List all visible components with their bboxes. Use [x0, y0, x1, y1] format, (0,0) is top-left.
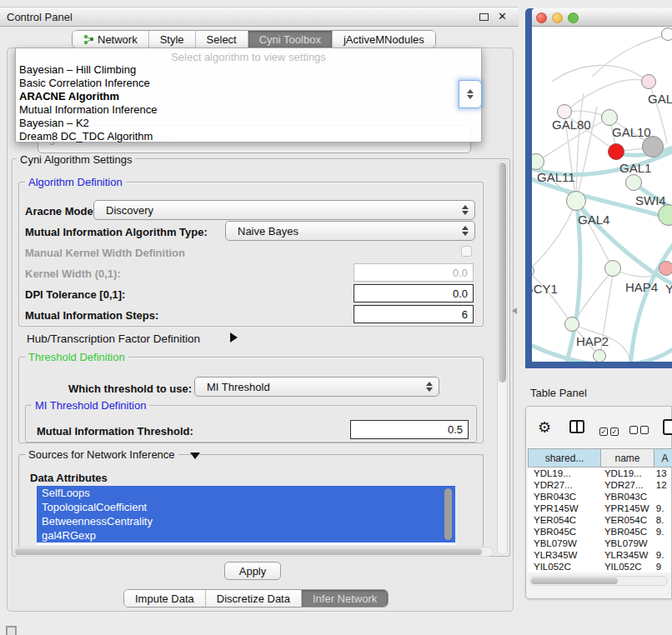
dropdown-item[interactable]: ARACNE Algorithm — [19, 90, 119, 102]
bottom-tab-impute-data[interactable]: Impute Data — [124, 590, 205, 607]
mi-steps-input[interactable]: 6 — [354, 305, 474, 323]
kernel-width-input[interactable]: 0.0 — [354, 263, 474, 282]
mi-type-label: Mutual Information Algorithm Type: — [25, 226, 208, 238]
network-node-y[interactable] — [659, 261, 672, 276]
clipped-icon[interactable] — [663, 419, 672, 435]
sources-collapse-icon[interactable] — [190, 452, 200, 459]
network-node-label: HAP2 — [576, 334, 609, 348]
mi-threshold-input[interactable]: 0.5 — [350, 420, 469, 439]
mi-steps-label: Mutual Information Steps: — [25, 309, 158, 322]
close-window-icon[interactable]: ✕ — [498, 10, 507, 22]
network-node[interactable] — [661, 28, 672, 41]
minimize-light-icon[interactable] — [552, 12, 563, 23]
manual-kernel-checkbox[interactable] — [461, 246, 472, 257]
settings-hscrollbar-thumb[interactable] — [15, 548, 482, 555]
table-panel-title: Table Panel — [530, 387, 587, 399]
network-node-gal10[interactable] — [601, 109, 618, 126]
attribute-list-item[interactable]: gal4RGexp — [37, 528, 455, 542]
corner-grip-icon[interactable] — [6, 626, 17, 635]
network-node-label: GAL — [648, 92, 672, 106]
data-attributes-label: Data Attributes — [30, 472, 108, 484]
table-cell: YBR043C — [528, 491, 599, 502]
apply-button[interactable]: Apply — [224, 562, 281, 580]
network-node-gal1[interactable] — [608, 143, 624, 160]
table-cell: 8. — [650, 514, 671, 526]
network-node[interactable] — [642, 136, 664, 158]
tab-select[interactable]: Select — [195, 31, 248, 48]
control-panel-titlebar: Control Panel ✕ — [0, 7, 519, 27]
table-cell: YDL19... — [528, 468, 599, 479]
tab-network[interactable]: Network — [73, 31, 148, 48]
table-cell: 9. — [650, 549, 671, 561]
network-node-gal[interactable] — [641, 74, 656, 89]
control-panel-title: Control Panel — [7, 11, 73, 23]
column-header-A[interactable]: A — [654, 448, 672, 468]
aracne-mode-combo[interactable]: Discovery — [93, 200, 475, 220]
table-row[interactable]: YBR045CYBR045C9. — [528, 526, 671, 538]
dropdown-item[interactable]: Mutual Information Inference — [19, 103, 157, 116]
table-row[interactable]: YER054CYER054C8. — [528, 514, 671, 526]
unchecked-boxes-icon[interactable] — [629, 422, 649, 438]
tab-cyni-toolbox[interactable]: Cyni Toolbox — [248, 31, 332, 48]
float-window-icon[interactable] — [479, 13, 489, 21]
network-canvas[interactable]: GALGAL80GAL10GAL1SWI4GAL11GAL4GCY1HAP4YH… — [532, 27, 672, 362]
network-node[interactable] — [593, 349, 606, 362]
zoom-light-icon[interactable] — [568, 12, 579, 23]
network-node-hap2[interactable] — [564, 317, 579, 332]
network-node-hap4[interactable] — [604, 260, 621, 277]
attribute-list-item[interactable]: SelfLoops — [37, 486, 455, 500]
table-body: YDL19...YDL19...13YDR27...YDR27...12YBR0… — [528, 468, 671, 572]
tab-jactivemnodules[interactable]: jActiveMNodules — [332, 31, 435, 48]
dropdown-item[interactable]: Dream8 DC_TDC Algorithm — [19, 130, 153, 142]
network-node-swi4[interactable] — [625, 174, 642, 191]
dropdown-item[interactable]: Bayesian – Hill Climbing — [19, 63, 136, 76]
table-header-row: shared...nameA — [528, 448, 672, 468]
table-cell — [650, 538, 671, 549]
dpi-tolerance-input[interactable]: 0.0 — [354, 284, 474, 302]
cyni-bottom-tabs: Impute DataDiscretize DataInfer Network — [123, 589, 389, 608]
tab-label: Network — [98, 33, 138, 46]
split-columns-icon[interactable] — [569, 420, 584, 433]
table-row[interactable]: YDL19...YDL19...13 — [528, 468, 671, 479]
algorithm-combo-fragment[interactable] — [459, 80, 482, 108]
mi-type-combo[interactable]: Naive Bayes — [225, 221, 475, 241]
attribute-list-item[interactable]: TopologicalCoefficient — [37, 500, 455, 514]
table-hscrollbar-thumb[interactable] — [531, 578, 618, 584]
bottom-tab-discretize-data[interactable]: Discretize Data — [205, 590, 301, 607]
table-cell: YPR145W — [528, 502, 599, 514]
network-node-label: HAP4 — [625, 280, 658, 294]
data-attributes-list: SelfLoopsTopologicalCoefficientBetweenne… — [37, 486, 455, 545]
table-row[interactable]: YBL079WYBL079W — [528, 538, 671, 549]
algorithm-dropdown-popup: Select algorithm to view settings Bayesi… — [15, 48, 482, 142]
table-cell: YLR345W — [528, 549, 599, 561]
dropdown-item[interactable]: Bayesian – K2 — [19, 117, 89, 129]
splitter-handle-icon[interactable] — [512, 308, 517, 314]
checked-boxes-icon[interactable]: ✓✓ — [599, 422, 619, 438]
network-node-label: Y — [665, 282, 672, 296]
which-threshold-combo[interactable]: MI Threshold — [194, 377, 439, 397]
mi-type-value: Naive Bayes — [226, 225, 456, 238]
dropdown-item[interactable]: Basic Correlation Inference — [19, 77, 150, 89]
close-light-icon[interactable] — [536, 12, 547, 23]
table-row[interactable]: YBR043CYBR043C — [528, 491, 671, 502]
table-cell: YBL079W — [599, 538, 650, 549]
tab-style[interactable]: Style — [148, 31, 195, 48]
gear-icon[interactable]: ⚙ — [538, 418, 551, 437]
table-row[interactable]: YIL052CYIL052C9 — [528, 561, 671, 572]
network-node-gal4[interactable] — [566, 191, 586, 211]
bottom-tab-infer-network[interactable]: Infer Network — [301, 590, 388, 607]
hub-section-toggle[interactable]: Hub/Transcription Factor Definition — [27, 332, 200, 345]
table-cell: YPR145W — [599, 502, 650, 514]
which-threshold-label: Which threshold to use: — [68, 382, 192, 395]
table-row[interactable]: YDR27...YDR27...12 — [528, 479, 671, 491]
hub-expand-icon[interactable] — [230, 332, 238, 342]
network-window-titlebar[interactable] — [532, 8, 672, 27]
table-row[interactable]: YPR145WYPR145W9. — [528, 502, 671, 514]
table-row[interactable]: YLR345WYLR345W9. — [528, 549, 671, 561]
attributes-scrollbar-thumb[interactable] — [444, 488, 452, 540]
column-header-shared[interactable]: shared... — [528, 448, 601, 468]
network-view-window: GALGAL80GAL10GAL1SWI4GAL11GAL4GCY1HAP4YH… — [525, 8, 672, 368]
settings-scrollbar-thumb[interactable] — [499, 162, 506, 382]
column-header-name[interactable]: name — [601, 448, 654, 468]
attribute-list-item[interactable]: BetweennessCentrality — [37, 514, 455, 528]
